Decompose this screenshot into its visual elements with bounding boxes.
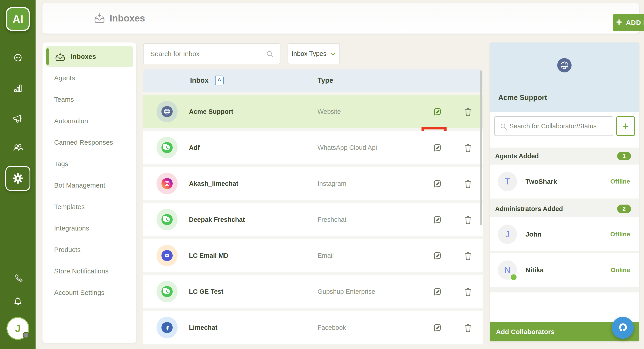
sidebar-item-store-notifications[interactable]: Store Notifications (42, 260, 136, 282)
section-header-administrators: Administrators Added 2 (490, 200, 639, 217)
list-item[interactable]: T TwoShark Offline (490, 164, 639, 198)
inbox-search (143, 43, 280, 64)
inbox-table: Inbox ^ Type Acme Support Website (143, 69, 483, 346)
table-row[interactable]: Akash_limechat Instagram (143, 167, 483, 200)
table-row[interactable]: Adf WhatsApp Cloud Api (143, 131, 483, 164)
table-row[interactable]: Deepak Freshchat Freshchat (143, 203, 483, 236)
column-header-type: Type (318, 69, 333, 92)
edit-button[interactable] (432, 215, 442, 225)
edit-button[interactable] (432, 251, 442, 261)
sidebar-item-tags[interactable]: Tags (42, 153, 136, 174)
edit-button[interactable] (432, 322, 442, 333)
collaborator-search (494, 116, 613, 136)
inbox-detail-panel: Acme Support + Agents Added 1 T TwoShark… (490, 42, 639, 342)
user-status-dot (22, 332, 29, 338)
settings-sidebar: Inboxes Agents Teams Automation Canned R… (42, 42, 136, 343)
status-badge: Offline (610, 164, 630, 198)
analytics-icon[interactable] (0, 83, 36, 94)
sidebar-item-canned-responses[interactable]: Canned Responses (42, 132, 136, 153)
facebook-icon (156, 317, 178, 338)
trash-icon[interactable] (463, 322, 473, 333)
status-badge: Offline (610, 217, 630, 251)
edit-button[interactable] (432, 143, 442, 153)
table-row[interactable]: Limechat Facebook (143, 311, 483, 344)
inbox-search-input[interactable] (150, 44, 262, 64)
trash-icon[interactable] (463, 215, 473, 225)
globe-icon (156, 101, 178, 122)
sidebar-item-bot-management[interactable]: Bot Management (42, 174, 136, 196)
contacts-icon[interactable] (0, 142, 36, 154)
status-badge: Online (611, 253, 630, 287)
sidebar-item-account-settings[interactable]: Account Settings (42, 282, 136, 304)
edit-button[interactable] (432, 107, 442, 117)
table-row[interactable]: LC Email MD Email (143, 239, 483, 272)
campaigns-icon[interactable] (0, 113, 36, 124)
trash-icon[interactable] (463, 179, 473, 189)
instagram-icon (156, 173, 178, 194)
settings-icon[interactable] (5, 166, 30, 191)
chevron-down-icon (330, 52, 336, 56)
count-badge: 2 (617, 204, 631, 213)
section-header-agents: Agents Added 1 (490, 148, 639, 164)
notifications-icon[interactable] (0, 296, 36, 308)
page-header: Inboxes + ADD INBOX (42, 3, 639, 34)
user-avatar[interactable]: J (6, 317, 29, 340)
sidebar-item-products[interactable]: Products (42, 239, 136, 260)
sidebar-item-inboxes[interactable]: Inboxes (46, 46, 133, 67)
column-header-inbox: Inbox (190, 69, 209, 92)
whatsapp-icon (156, 137, 178, 158)
app-screen: AI (0, 0, 644, 349)
sidebar-item-agents[interactable]: Agents (42, 67, 136, 89)
table-header: Inbox ^ Type (143, 69, 483, 92)
nav-rail: AI (0, 0, 36, 349)
avatar: T (498, 172, 517, 191)
email-icon (156, 245, 178, 266)
globe-icon (557, 58, 572, 72)
table-scrollbar[interactable] (480, 70, 482, 225)
plus-icon: + (616, 17, 622, 27)
avatar: N (498, 260, 517, 280)
page-title: Inboxes (110, 3, 145, 34)
inbox-icon (94, 12, 106, 24)
list-item[interactable]: N Nitika Online (490, 253, 639, 287)
collaborator-search-input[interactable] (510, 117, 610, 136)
sidebar-item-templates[interactable]: Templates (42, 196, 136, 218)
calls-icon[interactable] (0, 273, 36, 284)
table-row[interactable]: LC GE Test Gupshup Enterprise (143, 275, 483, 308)
avatar-initial: J (15, 322, 21, 334)
search-icon (500, 122, 508, 130)
inbox-types-dropdown[interactable]: Inbox Types (288, 43, 340, 64)
count-badge: 1 (617, 152, 631, 160)
collaborator-sections: Agents Added 1 T TwoShark Offline Admini… (490, 148, 639, 292)
edit-button[interactable] (432, 286, 442, 297)
whatsapp-icon (156, 209, 178, 230)
trash-icon[interactable] (463, 286, 473, 297)
panel-hero: Acme Support (490, 42, 639, 112)
online-dot (511, 274, 516, 280)
search-icon (266, 50, 274, 58)
panel-title: Acme Support (498, 94, 547, 102)
whatsapp-icon (156, 281, 178, 302)
app-logo[interactable]: AI (6, 7, 30, 31)
avatar: J (498, 225, 517, 244)
sprout-icon (616, 321, 629, 334)
active-indicator (46, 48, 49, 65)
chat-icon[interactable] (0, 53, 36, 64)
add-collaborator-button[interactable]: + (616, 116, 635, 136)
trash-icon[interactable] (463, 107, 473, 117)
sidebar-item-integrations[interactable]: Integrations (42, 218, 136, 239)
inbox-icon (54, 51, 66, 62)
chat-widget-button[interactable] (612, 317, 634, 339)
edit-button[interactable] (432, 179, 442, 189)
trash-icon[interactable] (463, 143, 473, 153)
table-row[interactable]: Acme Support Website edit (143, 95, 483, 128)
list-item[interactable]: J John Offline (490, 217, 639, 251)
sidebar-item-automation[interactable]: Automation (42, 110, 136, 132)
add-inbox-button[interactable]: + ADD INBOX (613, 14, 644, 31)
sidebar-item-teams[interactable]: Teams (42, 89, 136, 110)
trash-icon[interactable] (463, 251, 473, 261)
sort-button[interactable]: ^ (215, 76, 224, 86)
